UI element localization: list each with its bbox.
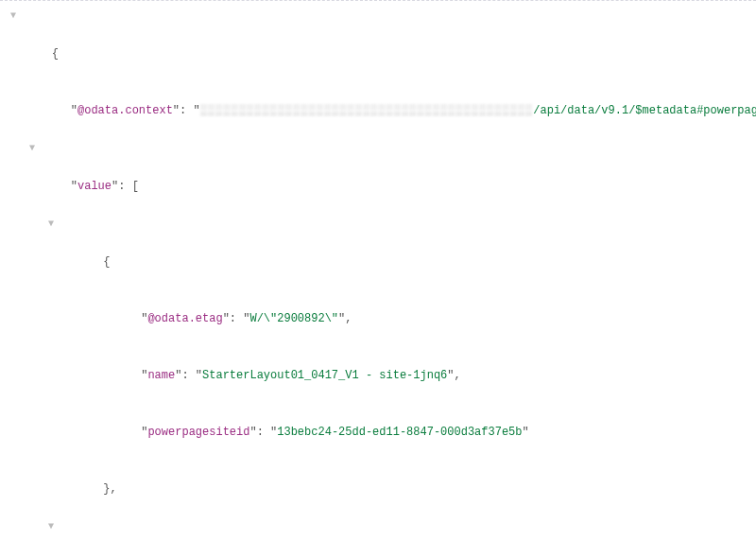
root-open: ▼ {: [6, 7, 756, 82]
collapse-toggle-icon[interactable]: ▼: [4, 7, 23, 26]
collapse-toggle-icon[interactable]: ▼: [42, 517, 60, 536]
json-key: @odata.etag: [147, 312, 222, 325]
siteid-line: "powerpagesiteid": "13bebc24-25dd-ed11-8…: [6, 404, 756, 461]
json-string: /api/data/v9.1/$metadata#powerpagesites(…: [533, 104, 756, 117]
collapse-toggle-icon[interactable]: ▼: [23, 139, 42, 158]
etag-line: "@odata.etag": "W/\"2900892\"",: [6, 290, 756, 347]
json-key: name: [147, 369, 175, 382]
collapse-toggle-icon[interactable]: ▼: [42, 215, 60, 234]
json-string: StarterLayout01_0417_V1 - site-1jnq6: [202, 369, 447, 382]
name-line: "name": "StarterLayout01_0417_V1 - site-…: [6, 347, 756, 404]
json-string: W/\"2900892\": [249, 312, 338, 325]
object-open: ▼ {: [6, 215, 756, 290]
redacted-segment: ▒▒▒▒▒▒▒▒▒▒▒▒▒▒▒▒▒▒▒▒▒▒▒▒▒▒▒▒▒▒▒▒▒▒▒▒▒▒▒▒…: [200, 104, 534, 117]
json-key: value: [77, 180, 112, 193]
json-key: powerpagesiteid: [147, 426, 249, 439]
value-open: ▼ "value": [: [6, 139, 756, 215]
json-string: 13bebc24-25dd-ed11-8847-000d3af37e5b: [277, 426, 522, 439]
context-line: "@odata.context": "▒▒▒▒▒▒▒▒▒▒▒▒▒▒▒▒▒▒▒▒▒…: [6, 82, 756, 139]
json-array-item: ▼ { "@odata.etag": "W/\"2869393\"", "nam…: [6, 517, 756, 541]
object-open: ▼ {: [6, 517, 756, 541]
json-key: @odata.context: [77, 104, 173, 117]
json-viewer: ▼ { "@odata.context": "▒▒▒▒▒▒▒▒▒▒▒▒▒▒▒▒▒…: [0, 0, 756, 541]
json-array-item: ▼ { "@odata.etag": "W/\"2900892\"", "nam…: [6, 215, 756, 517]
object-close: },: [6, 461, 756, 517]
